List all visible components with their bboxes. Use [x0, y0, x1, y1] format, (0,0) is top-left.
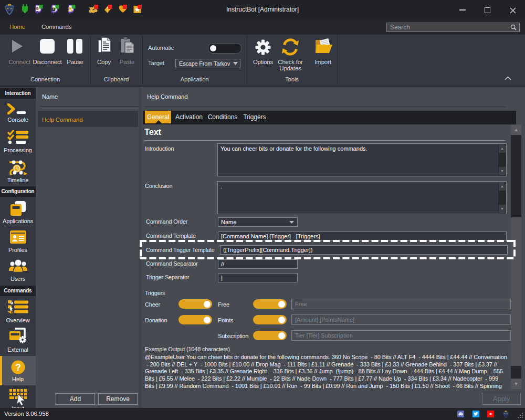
svg-text:?: ? [15, 362, 21, 373]
